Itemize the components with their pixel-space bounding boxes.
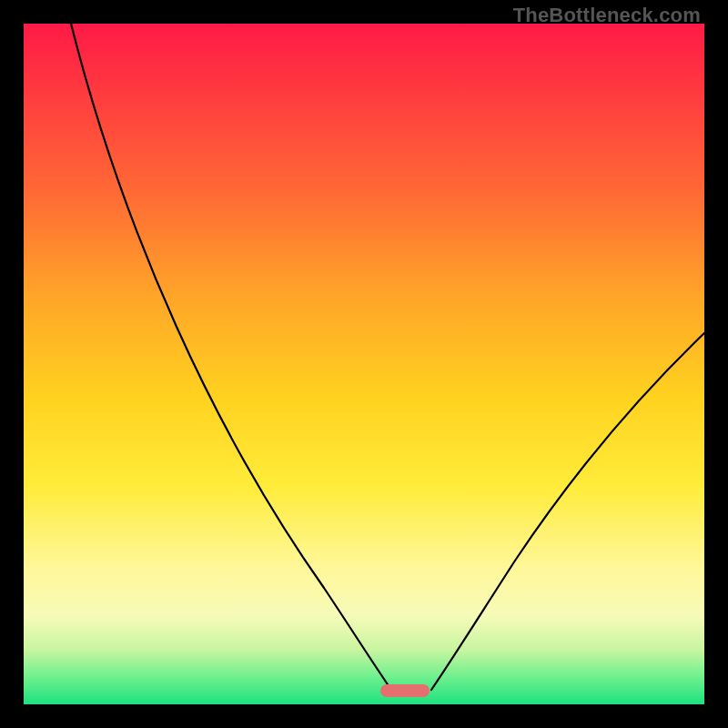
curve-right-path bbox=[431, 333, 704, 690]
chart-frame: TheBottleneck.com bbox=[0, 0, 728, 728]
bottleneck-curve bbox=[24, 24, 704, 704]
plot-area bbox=[24, 24, 704, 704]
optimum-marker bbox=[380, 684, 430, 697]
curve-left-path bbox=[71, 24, 391, 690]
